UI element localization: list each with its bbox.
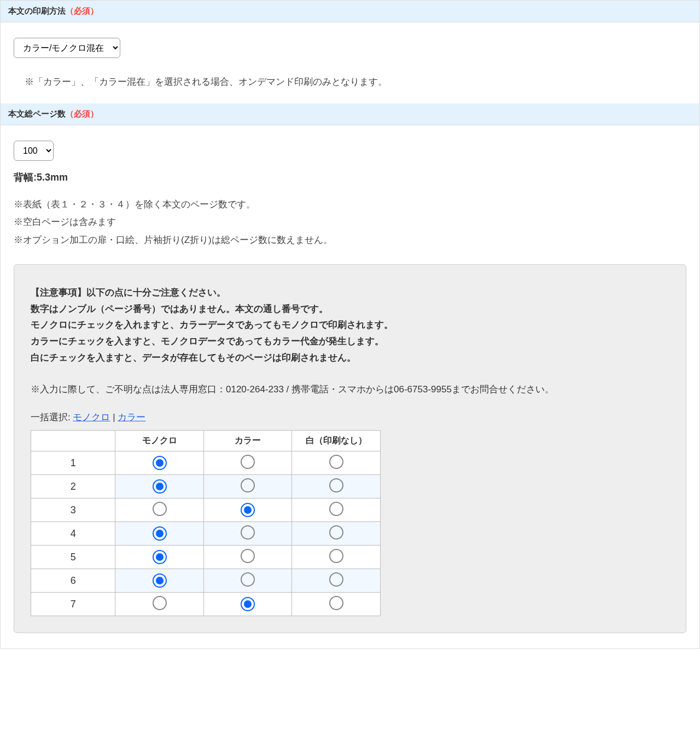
print-method-select[interactable]: カラー/モノクロ混在: [14, 38, 120, 58]
contact-note: ※入力に際して、ご不明な点は法人専用窓口：0120-264-233 / 携帯電話…: [31, 381, 669, 398]
caution-heading: 【注意事項】以下の点に十分ご注意ください。: [31, 285, 669, 301]
radio-cell-white: [292, 546, 381, 569]
radio-dot-icon: [156, 459, 164, 467]
bulk-sep: |: [110, 412, 118, 422]
radio-cell-color: [203, 522, 292, 546]
radio-white[interactable]: [329, 478, 343, 492]
radio-dot-icon: [156, 530, 164, 537]
page-number-cell: 4: [31, 522, 115, 546]
radio-cell-white: [292, 569, 381, 593]
radio-cell-white: [292, 475, 381, 498]
bulk-select: 一括選択: モノクロ | カラー: [31, 411, 669, 424]
radio-dot-icon: [156, 577, 164, 584]
radio-mono[interactable]: [153, 479, 167, 494]
bulk-select-color[interactable]: カラー: [118, 412, 145, 422]
radio-cell-color: [203, 569, 292, 593]
radio-cell-white: [292, 451, 381, 475]
page-count-notes: ※表紙（表１・２・３・４）を除く本文のページ数です。 ※空白ページは含みます ※…: [14, 196, 686, 249]
page-number-cell: 3: [31, 498, 115, 522]
table-header-page: [31, 431, 115, 451]
page-count-title: 本文総ページ数: [8, 109, 66, 118]
radio-color[interactable]: [241, 503, 255, 517]
page-table-body: 1234567: [31, 451, 381, 616]
radio-white[interactable]: [329, 525, 343, 540]
radio-mono[interactable]: [153, 526, 167, 541]
radio-cell-color: [203, 546, 292, 569]
radio-white[interactable]: [329, 572, 343, 587]
radio-color[interactable]: [241, 478, 255, 492]
note-line: ※空白ページは含みます: [14, 213, 686, 231]
radio-color[interactable]: [241, 525, 255, 540]
page-count-body: 100 背幅:5.3mm ※表紙（表１・２・３・４）を除く本文のページ数です。 …: [1, 125, 699, 648]
radio-mono[interactable]: [153, 550, 167, 564]
radio-cell-color: [203, 451, 292, 475]
radio-cell-mono: [115, 475, 204, 498]
radio-dot-icon: [156, 483, 164, 490]
table-header-row: モノクロ カラー 白（印刷なし）: [31, 431, 381, 451]
spine-label: 背幅:: [14, 172, 37, 183]
page-count-select[interactable]: 100: [14, 141, 54, 161]
radio-mono[interactable]: [153, 502, 167, 516]
table-row: 5: [31, 546, 381, 569]
print-method-body: カラー/モノクロ混在 ※「カラー」、「カラー混在」を選択される場合、オンデマンド…: [1, 22, 699, 103]
radio-color[interactable]: [241, 572, 255, 587]
table-header-color: カラー: [203, 431, 292, 451]
radio-cell-color: [203, 498, 292, 522]
print-method-title: 本文の印刷方法: [8, 6, 66, 15]
note-line: ※オプション加工の扉・口絵、片袖折り(Z折り)は総ページ数に数えません。: [14, 231, 686, 249]
table-row: 4: [31, 522, 381, 546]
page-number-cell: 7: [31, 593, 115, 616]
bulk-select-mono[interactable]: モノクロ: [73, 412, 110, 422]
radio-cell-color: [203, 475, 292, 498]
radio-cell-mono: [115, 593, 204, 616]
radio-cell-mono: [115, 546, 204, 569]
radio-dot-icon: [156, 553, 164, 561]
radio-cell-color: [203, 593, 292, 616]
bulk-label: 一括選択:: [31, 412, 71, 422]
radio-mono[interactable]: [153, 456, 167, 470]
caution-line: カラーにチェックを入ますと、モノクロデータであってもカラー代金が発生します。: [31, 333, 669, 350]
page-selection-table: モノクロ カラー 白（印刷なし） 1234567: [31, 430, 381, 616]
page-count-header: 本文総ページ数（必須）: [1, 103, 699, 125]
radio-cell-white: [292, 498, 381, 522]
spine-width: 背幅:5.3mm: [14, 171, 686, 184]
caution-line: モノクロにチェックを入れますと、カラーデータであってもモノクロで印刷されます。: [31, 317, 669, 333]
caution-bold-block: 【注意事項】以下の点に十分ご注意ください。 数字はノンブル（ページ番号）ではあり…: [31, 285, 669, 366]
radio-white[interactable]: [329, 455, 343, 469]
print-method-note: ※「カラー」、「カラー混在」を選択される場合、オンデマンド印刷のみとなります。: [25, 76, 686, 88]
table-row: 1: [31, 451, 381, 475]
form-container: 本文の印刷方法（必須） カラー/モノクロ混在 ※「カラー」、「カラー混在」を選択…: [0, 0, 700, 649]
page-number-cell: 5: [31, 546, 115, 569]
caution-box: 【注意事項】以下の点に十分ご注意ください。 数字はノンブル（ページ番号）ではあり…: [14, 264, 686, 633]
radio-mono[interactable]: [153, 573, 167, 588]
page-number-cell: 2: [31, 475, 115, 498]
spine-value: 5.3mm: [37, 172, 68, 183]
required-label: （必須）: [66, 109, 98, 118]
radio-cell-white: [292, 593, 381, 616]
radio-cell-mono: [115, 569, 204, 593]
page-number-cell: 1: [31, 451, 115, 475]
required-label: （必須）: [66, 6, 98, 15]
radio-white[interactable]: [329, 596, 343, 610]
radio-cell-white: [292, 522, 381, 546]
radio-white[interactable]: [329, 549, 343, 563]
caution-line: 白にチェックを入ますと、データが存在してもそのページは印刷されません。: [31, 350, 669, 366]
table-row: 7: [31, 593, 381, 616]
radio-color[interactable]: [241, 455, 255, 469]
radio-cell-mono: [115, 522, 204, 546]
radio-dot-icon: [244, 600, 252, 608]
table-row: 6: [31, 569, 381, 593]
note-line: ※表紙（表１・２・３・４）を除く本文のページ数です。: [14, 196, 686, 213]
radio-cell-mono: [115, 498, 204, 522]
caution-line: 数字はノンブル（ページ番号）ではありません。本文の通し番号です。: [31, 301, 669, 317]
page-number-cell: 6: [31, 569, 115, 593]
table-row: 2: [31, 475, 381, 498]
table-header-white: 白（印刷なし）: [292, 431, 381, 451]
print-method-header: 本文の印刷方法（必須）: [1, 1, 699, 22]
radio-color[interactable]: [241, 549, 255, 563]
radio-mono[interactable]: [153, 596, 167, 610]
radio-cell-mono: [115, 451, 204, 475]
radio-white[interactable]: [329, 502, 343, 516]
table-row: 3: [31, 498, 381, 522]
radio-color[interactable]: [241, 597, 255, 611]
